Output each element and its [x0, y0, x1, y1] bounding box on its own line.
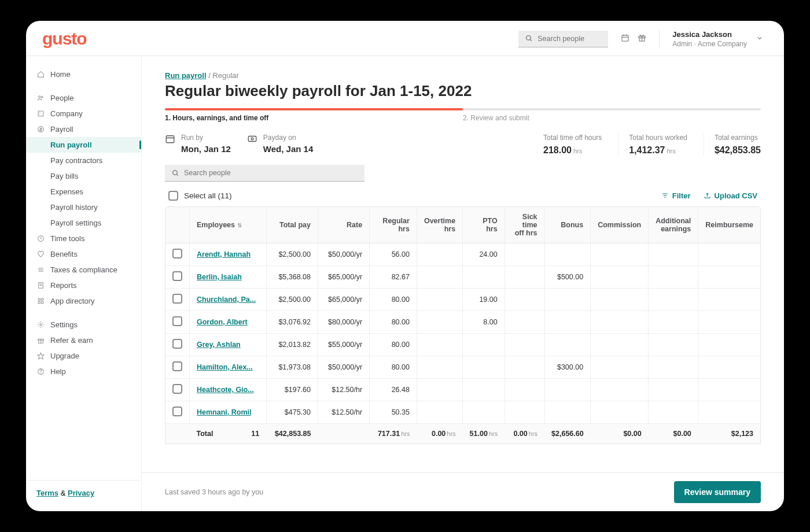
- upload-csv-button[interactable]: Upload CSV: [704, 191, 757, 200]
- sidebar-subitem-payroll-settings[interactable]: Payroll settings: [26, 215, 141, 231]
- table-row: Arendt, Hannah$2,500.00$50,000/yr56.0024…: [165, 243, 760, 266]
- row-checkbox[interactable]: [172, 361, 182, 371]
- sidebar-subitem-pay-bills[interactable]: Pay bills: [26, 168, 141, 184]
- employee-link[interactable]: Gordon, Albert: [197, 318, 248, 326]
- employee-link[interactable]: Grey, Ashlan: [197, 341, 241, 349]
- sidebar-item-reports[interactable]: Reports: [26, 278, 141, 293]
- table-row: Berlin, Isaiah$5,368.08$65,000/yr82.67$5…: [165, 266, 760, 289]
- refer-icon: [36, 337, 45, 344]
- gift-icon[interactable]: [638, 34, 646, 45]
- svg-rect-33: [166, 136, 174, 143]
- row-checkbox[interactable]: [172, 407, 182, 416]
- page-title: Regular biweekly payroll for Jan 1-15, 2…: [165, 82, 761, 100]
- help-icon: [36, 368, 45, 375]
- calendar-icon[interactable]: [621, 34, 629, 45]
- row-checkbox[interactable]: [172, 339, 182, 349]
- review-summary-button[interactable]: Review summary: [674, 481, 761, 503]
- svg-point-10: [41, 97, 43, 98]
- wizard-steps: 1. Hours, earnings, and time off 2. Revi…: [165, 114, 761, 122]
- col-bonus[interactable]: Bonus: [544, 207, 591, 243]
- sidebar-item-app-directory[interactable]: App directory: [26, 293, 141, 309]
- svg-rect-35: [248, 136, 256, 142]
- col-additional[interactable]: Additional earnings: [649, 207, 698, 243]
- sidebar-item-settings[interactable]: Settings: [26, 317, 141, 332]
- col-regular-hrs[interactable]: Regular hrs: [370, 207, 417, 243]
- svg-point-9: [38, 96, 40, 98]
- sidebar-item-help[interactable]: Help: [26, 364, 141, 379]
- filter-button[interactable]: Filter: [661, 191, 691, 200]
- payroll-table: Employees⇅ Total pay Rate Regular hrs Ov…: [165, 206, 761, 444]
- select-all-checkbox[interactable]: Select all (11): [168, 191, 232, 201]
- sidebar-subitem-run-payroll[interactable]: Run payroll: [26, 137, 141, 153]
- employee-link[interactable]: Arendt, Hannah: [197, 250, 251, 258]
- row-checkbox[interactable]: [172, 271, 182, 281]
- col-rate[interactable]: Rate: [318, 207, 369, 243]
- row-checkbox[interactable]: [172, 316, 182, 326]
- sidebar-item-company[interactable]: Company: [26, 106, 141, 121]
- totals-row: Total11 $42,853.85 717.31hrs 0.00hrs 51.…: [165, 424, 760, 444]
- col-overtime-hrs[interactable]: Overtime hrs: [417, 207, 462, 243]
- table-row: Hemnani, Romil$475.30$12.50/hr50.35: [165, 401, 760, 424]
- sidebar-item-people[interactable]: People: [26, 90, 141, 106]
- sidebar-item-payroll[interactable]: Payroll: [26, 121, 141, 137]
- svg-point-26: [39, 324, 41, 326]
- table-row: Hamilton, Alex...$1,973.08$50,000/yr80.0…: [165, 356, 760, 379]
- chevron-down-icon: [756, 34, 763, 44]
- metric-timeoff-label: Total time off hours: [543, 134, 602, 142]
- sidebar: HomePeopleCompanyPayrollRun payrollPay c…: [26, 56, 142, 511]
- employee-link[interactable]: Berlin, Isaiah: [197, 273, 242, 281]
- table-row: Heathcote, Gio...$197.60$12.50/hr26.48: [165, 379, 760, 401]
- sidebar-subitem-pay-contractors[interactable]: Pay contractors: [26, 153, 141, 168]
- row-checkbox[interactable]: [172, 249, 182, 258]
- col-sick-hrs[interactable]: Sick time off hrs: [505, 207, 544, 243]
- settings-icon: [36, 321, 45, 328]
- calendar-icon: [165, 134, 175, 146]
- payday-icon: [247, 134, 257, 146]
- col-commission[interactable]: Commission: [591, 207, 649, 243]
- table-search-input[interactable]: Search people: [165, 165, 365, 182]
- user-subtitle: Admin · Acme Company: [672, 40, 747, 48]
- global-search-placeholder: Search people: [537, 35, 584, 43]
- sidebar-item-refer-earn[interactable]: Refer & earn: [26, 332, 141, 348]
- col-reimbursement[interactable]: Reimburseme: [698, 207, 760, 243]
- sidebar-item-taxes-compliance[interactable]: Taxes & compliance: [26, 262, 141, 278]
- row-checkbox[interactable]: [172, 384, 182, 394]
- col-total-pay[interactable]: Total pay: [266, 207, 318, 243]
- search-icon: [525, 35, 533, 42]
- svg-rect-24: [38, 302, 40, 304]
- progress-bar: [165, 108, 761, 110]
- global-search-input[interactable]: Search people: [518, 31, 608, 47]
- svg-line-1: [530, 39, 532, 41]
- filter-icon: [661, 192, 669, 200]
- privacy-link[interactable]: Privacy: [68, 489, 94, 497]
- time-icon: [36, 235, 45, 242]
- svg-rect-23: [41, 298, 43, 300]
- row-checkbox[interactable]: [172, 294, 182, 304]
- user-menu[interactable]: Jessica Jackson Admin · Acme Company: [659, 30, 768, 48]
- sidebar-subitem-expenses[interactable]: Expenses: [26, 184, 141, 200]
- svg-rect-2: [622, 35, 628, 41]
- sidebar-item-upgrade[interactable]: Upgrade: [26, 348, 141, 364]
- employee-link[interactable]: Heathcote, Gio...: [197, 386, 254, 394]
- sidebar-item-benefits[interactable]: Benefits: [26, 246, 141, 262]
- col-employees[interactable]: Employees⇅: [190, 207, 267, 243]
- sidebar-item-time-tools[interactable]: Time tools: [26, 231, 141, 246]
- employee-link[interactable]: Hamilton, Alex...: [197, 363, 253, 371]
- terms-link[interactable]: Terms: [36, 489, 58, 497]
- breadcrumb-leaf: Regular: [212, 71, 239, 80]
- runby-label: Run by: [181, 134, 231, 142]
- sidebar-item-home[interactable]: Home: [26, 66, 141, 82]
- col-pto-hrs[interactable]: PTO hrs: [463, 207, 505, 243]
- people-icon: [36, 94, 45, 102]
- step-2-label: 2. Review and submit: [463, 114, 529, 122]
- employee-link[interactable]: Churchland, Pa...: [197, 295, 256, 304]
- svg-marker-30: [38, 353, 44, 359]
- payday-label: Payday on: [263, 134, 313, 142]
- sidebar-subitem-payroll-history[interactable]: Payroll history: [26, 200, 141, 215]
- svg-rect-25: [41, 302, 43, 304]
- breadcrumb-root[interactable]: Run payroll: [165, 71, 207, 80]
- svg-point-36: [251, 138, 253, 140]
- runby-value: Mon, Jan 12: [181, 144, 231, 154]
- employee-link[interactable]: Hemnani, Romil: [197, 408, 251, 416]
- app-header: gusto Search people Jessica Jackson Admi…: [26, 21, 784, 56]
